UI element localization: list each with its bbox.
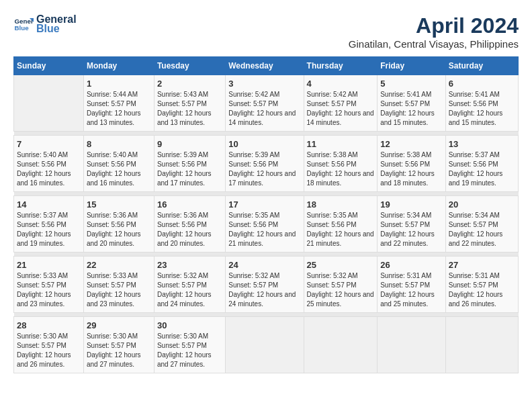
day-info: Sunrise: 5:38 AMSunset: 5:56 PMDaylight:… <box>380 150 443 188</box>
day-info: Sunrise: 5:39 AMSunset: 5:56 PMDaylight:… <box>157 150 222 188</box>
header-thursday: Thursday <box>304 57 378 75</box>
day-info: Sunrise: 5:42 AMSunset: 5:57 PMDaylight:… <box>228 90 300 128</box>
header-sunday: Sunday <box>14 57 84 75</box>
day-number: 4 <box>307 79 375 89</box>
calendar-row-3: 14Sunrise: 5:37 AMSunset: 5:56 PMDayligh… <box>14 196 519 253</box>
day-info: Sunrise: 5:41 AMSunset: 5:56 PMDaylight:… <box>449 90 515 128</box>
calendar-cell: 5Sunrise: 5:41 AMSunset: 5:57 PMDaylight… <box>378 75 446 132</box>
day-info: Sunrise: 5:37 AMSunset: 5:56 PMDaylight:… <box>449 150 515 188</box>
title-block: April 2024 Ginatilan, Central Visayas, P… <box>349 13 519 50</box>
day-number: 18 <box>307 199 375 210</box>
day-number: 23 <box>157 260 222 270</box>
day-info: Sunrise: 5:32 AMSunset: 5:57 PMDaylight:… <box>307 271 375 309</box>
day-number: 7 <box>17 139 81 149</box>
logo-icon: General Blue <box>13 14 34 34</box>
day-number: 19 <box>380 199 443 210</box>
day-number: 26 <box>380 260 443 270</box>
day-info: Sunrise: 5:30 AMSunset: 5:57 PMDaylight:… <box>87 332 151 369</box>
day-number: 21 <box>17 260 81 270</box>
calendar-cell: 17Sunrise: 5:35 AMSunset: 5:56 PMDayligh… <box>226 196 304 253</box>
day-info: Sunrise: 5:36 AMSunset: 5:56 PMDaylight:… <box>87 211 151 248</box>
day-info: Sunrise: 5:32 AMSunset: 5:57 PMDaylight:… <box>157 271 222 309</box>
calendar-cell: 26Sunrise: 5:31 AMSunset: 5:57 PMDayligh… <box>378 257 446 313</box>
calendar-cell: 23Sunrise: 5:32 AMSunset: 5:57 PMDayligh… <box>154 257 225 313</box>
calendar-cell: 16Sunrise: 5:36 AMSunset: 5:56 PMDayligh… <box>154 196 225 253</box>
day-number: 25 <box>307 260 375 270</box>
day-number: 10 <box>228 139 300 149</box>
page-header: General Blue General Blue April 2024 Gin… <box>13 13 519 50</box>
calendar-row-5: 28Sunrise: 5:30 AMSunset: 5:57 PMDayligh… <box>14 317 519 373</box>
day-number: 8 <box>87 139 151 149</box>
day-number: 28 <box>17 320 81 330</box>
calendar-row-4: 21Sunrise: 5:33 AMSunset: 5:57 PMDayligh… <box>14 257 519 313</box>
calendar-cell: 10Sunrise: 5:39 AMSunset: 5:56 PMDayligh… <box>226 136 304 192</box>
day-number: 12 <box>380 139 443 149</box>
day-info: Sunrise: 5:40 AMSunset: 5:56 PMDaylight:… <box>17 150 81 188</box>
day-number: 24 <box>228 260 300 270</box>
day-info: Sunrise: 5:31 AMSunset: 5:57 PMDaylight:… <box>449 271 515 309</box>
calendar-cell: 1Sunrise: 5:44 AMSunset: 5:57 PMDaylight… <box>83 75 154 132</box>
calendar-cell: 8Sunrise: 5:40 AMSunset: 5:56 PMDaylight… <box>83 136 154 192</box>
calendar-cell: 11Sunrise: 5:38 AMSunset: 5:56 PMDayligh… <box>304 136 378 192</box>
day-info: Sunrise: 5:42 AMSunset: 5:57 PMDaylight:… <box>307 90 375 128</box>
calendar-cell <box>304 317 378 373</box>
calendar-row-2: 7Sunrise: 5:40 AMSunset: 5:56 PMDaylight… <box>14 136 519 192</box>
day-info: Sunrise: 5:44 AMSunset: 5:57 PMDaylight:… <box>87 90 151 128</box>
day-number: 15 <box>87 199 151 210</box>
day-number: 29 <box>87 320 151 330</box>
calendar-cell: 28Sunrise: 5:30 AMSunset: 5:57 PMDayligh… <box>14 317 84 373</box>
location: Ginatilan, Central Visayas, Philippines <box>349 38 519 50</box>
calendar-cell: 6Sunrise: 5:41 AMSunset: 5:56 PMDaylight… <box>445 75 518 132</box>
calendar-cell: 18Sunrise: 5:35 AMSunset: 5:56 PMDayligh… <box>304 196 378 253</box>
calendar-cell: 13Sunrise: 5:37 AMSunset: 5:56 PMDayligh… <box>445 136 518 192</box>
calendar-cell: 14Sunrise: 5:37 AMSunset: 5:56 PMDayligh… <box>14 196 84 253</box>
month-year: April 2024 <box>349 13 519 38</box>
day-info: Sunrise: 5:30 AMSunset: 5:57 PMDaylight:… <box>157 332 222 369</box>
calendar-cell: 2Sunrise: 5:43 AMSunset: 5:57 PMDaylight… <box>154 75 225 132</box>
logo: General Blue General Blue <box>13 13 77 35</box>
day-number: 11 <box>307 139 375 149</box>
day-number: 22 <box>87 260 151 270</box>
day-info: Sunrise: 5:30 AMSunset: 5:57 PMDaylight:… <box>17 332 81 369</box>
day-number: 16 <box>157 199 222 210</box>
header-wednesday: Wednesday <box>226 57 304 75</box>
header-monday: Monday <box>83 57 154 75</box>
calendar-cell: 27Sunrise: 5:31 AMSunset: 5:57 PMDayligh… <box>445 257 518 313</box>
day-number: 14 <box>17 199 81 210</box>
header-friday: Friday <box>378 57 446 75</box>
day-info: Sunrise: 5:33 AMSunset: 5:57 PMDaylight:… <box>87 271 151 309</box>
day-info: Sunrise: 5:34 AMSunset: 5:57 PMDaylight:… <box>449 211 515 248</box>
day-number: 17 <box>228 199 300 210</box>
calendar-cell: 21Sunrise: 5:33 AMSunset: 5:57 PMDayligh… <box>14 257 84 313</box>
day-info: Sunrise: 5:37 AMSunset: 5:56 PMDaylight:… <box>17 211 81 248</box>
calendar-cell: 12Sunrise: 5:38 AMSunset: 5:56 PMDayligh… <box>378 136 446 192</box>
day-number: 1 <box>87 79 151 89</box>
day-number: 3 <box>228 79 300 89</box>
calendar-cell: 19Sunrise: 5:34 AMSunset: 5:57 PMDayligh… <box>378 196 446 253</box>
calendar-cell: 22Sunrise: 5:33 AMSunset: 5:57 PMDayligh… <box>83 257 154 313</box>
day-info: Sunrise: 5:35 AMSunset: 5:56 PMDaylight:… <box>228 211 300 248</box>
calendar-cell: 3Sunrise: 5:42 AMSunset: 5:57 PMDaylight… <box>226 75 304 132</box>
day-info: Sunrise: 5:31 AMSunset: 5:57 PMDaylight:… <box>380 271 443 309</box>
day-number: 2 <box>157 79 222 89</box>
calendar-table: SundayMondayTuesdayWednesdayThursdayFrid… <box>13 56 519 373</box>
day-number: 13 <box>449 139 515 149</box>
calendar-cell <box>378 317 446 373</box>
calendar-cell: 15Sunrise: 5:36 AMSunset: 5:56 PMDayligh… <box>83 196 154 253</box>
header-tuesday: Tuesday <box>154 57 225 75</box>
day-info: Sunrise: 5:43 AMSunset: 5:57 PMDaylight:… <box>157 90 222 128</box>
svg-text:Blue: Blue <box>15 24 30 32</box>
day-number: 9 <box>157 139 222 149</box>
day-info: Sunrise: 5:40 AMSunset: 5:56 PMDaylight:… <box>87 150 151 188</box>
day-info: Sunrise: 5:32 AMSunset: 5:57 PMDaylight:… <box>228 271 300 309</box>
calendar-cell <box>445 317 518 373</box>
calendar-cell <box>14 75 84 132</box>
calendar-cell: 24Sunrise: 5:32 AMSunset: 5:57 PMDayligh… <box>226 257 304 313</box>
header-saturday: Saturday <box>445 57 518 75</box>
day-info: Sunrise: 5:33 AMSunset: 5:57 PMDaylight:… <box>17 271 81 309</box>
day-info: Sunrise: 5:36 AMSunset: 5:56 PMDaylight:… <box>157 211 222 248</box>
day-info: Sunrise: 5:38 AMSunset: 5:56 PMDaylight:… <box>307 150 375 188</box>
calendar-row-1: 1Sunrise: 5:44 AMSunset: 5:57 PMDaylight… <box>14 75 519 132</box>
day-number: 27 <box>449 260 515 270</box>
calendar-cell: 9Sunrise: 5:39 AMSunset: 5:56 PMDaylight… <box>154 136 225 192</box>
